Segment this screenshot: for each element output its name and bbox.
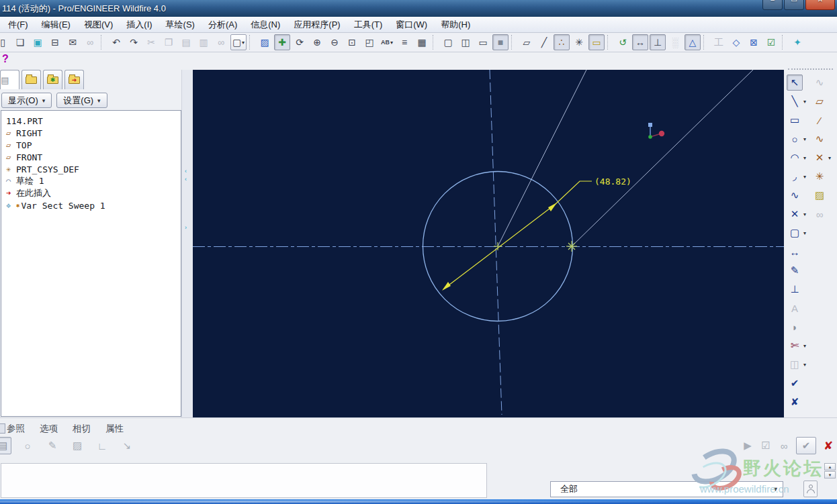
save-button[interactable]: ▣: [30, 34, 46, 50]
dashboard-tab-属性[interactable]: 属性: [105, 423, 124, 435]
edge-button[interactable]: ▢: [787, 225, 803, 241]
show-dropdown-button[interactable]: 显示(O)▾: [1, 93, 52, 108]
no-hidden-button[interactable]: ▭: [475, 34, 491, 50]
tab-model-tree[interactable]: ▤: [0, 70, 19, 89]
section-tools-button[interactable]: 工: [711, 34, 727, 50]
scroll-up-icon[interactable]: ▲: [824, 463, 836, 470]
grid-display-button[interactable]: ░: [667, 34, 683, 50]
dashboard-tab-参照[interactable]: 参照: [7, 423, 25, 435]
view-manager-button[interactable]: ▦: [414, 34, 430, 50]
point-display-button[interactable]: ∴: [554, 34, 570, 50]
construction-ray-shallow[interactable]: [572, 70, 753, 246]
zoom-in-button[interactable]: ⊕: [309, 34, 325, 50]
dashboard-tab-选项[interactable]: 选项: [40, 423, 58, 435]
tree-node[interactable]: 114.PRT: [3, 115, 179, 127]
menu-分析(A)[interactable]: 分析(A): [202, 17, 244, 32]
highlight-open-ends-button[interactable]: ⊠: [746, 34, 762, 50]
verify-toggle-button[interactable]: ☑: [760, 437, 772, 454]
csys-tool-button[interactable]: ✳: [811, 168, 828, 185]
panel-sash[interactable]: ‹ ‹ ›: [181, 70, 193, 417]
accept-button[interactable]: ✔: [796, 437, 816, 454]
datum-plane-tool-button[interactable]: ▱: [811, 93, 828, 109]
preview-glasses-button[interactable]: ∞: [778, 437, 790, 454]
close-button[interactable]: ✕: [805, 0, 835, 10]
datum-axis-display-button[interactable]: ╱: [536, 34, 552, 50]
datum-point-tool-button[interactable]: ✕: [811, 150, 828, 166]
mirror-button[interactable]: ◫: [787, 356, 803, 372]
spin-center-button[interactable]: ✚: [274, 34, 290, 50]
csys-display-button[interactable]: ✳: [571, 34, 587, 50]
menu-应用程序(P)[interactable]: 应用程序(P): [287, 17, 347, 32]
copy-button[interactable]: ❐: [161, 34, 177, 50]
sketch-canvas[interactable]: (48.82): [193, 70, 784, 417]
cancel-button[interactable]: ✘: [787, 394, 803, 410]
redo-button[interactable]: ↷: [126, 34, 142, 50]
open-file-button[interactable]: ❏: [12, 34, 28, 50]
undo-button[interactable]: ↶: [108, 34, 124, 50]
menu-窗口(W)[interactable]: 窗口(W): [389, 17, 434, 32]
maximize-button[interactable]: ▭: [784, 0, 804, 10]
filter-combobox[interactable]: 全部 ▼: [550, 481, 783, 497]
tree-node[interactable]: ❖✱Var Sect Sweep 1: [3, 199, 179, 211]
new-file-button[interactable]: ▯: [0, 34, 11, 50]
text-button[interactable]: A: [787, 300, 803, 316]
sash-collapse-icon[interactable]: ‹: [185, 176, 187, 183]
rectangle-button[interactable]: ▭: [787, 112, 803, 128]
tab-connections[interactable]: ➜: [64, 70, 84, 89]
sash-collapse-icon[interactable]: ‹: [185, 168, 187, 174]
section-plane-button[interactable]: ▨: [69, 437, 86, 454]
shade-closed-loops-button[interactable]: ◇: [728, 34, 744, 50]
menu-帮助(H)[interactable]: 帮助(H): [434, 17, 477, 32]
menu-工具(T)[interactable]: 工具(T): [347, 17, 390, 32]
title-bar[interactable]: 114 (活动的) - Pro/ENGINEER Wildfire 4.0 –▭…: [0, 0, 837, 17]
constraint-display-button[interactable]: ⊥: [650, 34, 666, 50]
sketch-display-button[interactable]: ∿: [811, 74, 828, 91]
select-button[interactable]: ↖: [787, 74, 803, 91]
spline-button[interactable]: ∿: [787, 187, 803, 203]
accept-button[interactable]: ✔: [787, 375, 803, 391]
line-button[interactable]: ╲: [787, 93, 803, 109]
search-button[interactable]: ∞: [213, 34, 229, 50]
sketcher-diagnostics-button[interactable]: ✦: [789, 34, 805, 50]
direction-button[interactable]: ↘: [118, 437, 136, 454]
resume-button[interactable]: ▶: [742, 437, 754, 454]
sketch-placement-button[interactable]: ▤: [0, 437, 11, 454]
paste-button[interactable]: ▤: [178, 34, 194, 50]
cancel-button[interactable]: ✘: [822, 437, 834, 454]
dimension-display-button[interactable]: ↔: [632, 34, 648, 50]
chain-tool-button[interactable]: ∞: [811, 206, 828, 222]
dimension-value[interactable]: (48.82): [594, 177, 631, 187]
fillet-button[interactable]: ◞: [787, 168, 803, 185]
feature-callout-button[interactable]: ○: [19, 437, 36, 454]
edit-sketch-button[interactable]: ✎: [44, 437, 61, 454]
hidden-line-button[interactable]: ◫: [457, 34, 474, 50]
sketch-orient-button[interactable]: ↺: [615, 34, 631, 50]
cut-button[interactable]: ✂: [143, 34, 159, 50]
orient-mode-button[interactable]: ⟳: [292, 34, 308, 50]
arc-button[interactable]: ◠: [787, 150, 803, 166]
wireframe-button[interactable]: ▢: [440, 34, 456, 50]
menu-草绘(S)[interactable]: 草绘(S): [159, 17, 202, 32]
layers-button[interactable]: ≡: [396, 34, 412, 50]
point-button[interactable]: ✕: [787, 206, 803, 222]
email-button[interactable]: ✉: [64, 34, 81, 50]
constraints-button[interactable]: ⊥: [787, 281, 803, 297]
vertex-display-button[interactable]: △: [685, 34, 701, 50]
menu-视图(V)[interactable]: 视图(V): [77, 17, 120, 32]
toolbar-handle[interactable]: [788, 68, 833, 72]
hatch-tool-button[interactable]: ▨: [811, 187, 828, 203]
menu-编辑(E)[interactable]: 编辑(E): [35, 17, 77, 32]
menu-信息(N)[interactable]: 信息(N): [244, 17, 287, 32]
refit-button[interactable]: ⊡: [344, 34, 360, 50]
annotation-display-button[interactable]: ▭: [588, 34, 605, 50]
feature-requirements-button[interactable]: ☑: [763, 34, 779, 50]
zoom-out-button[interactable]: ⊖: [326, 34, 343, 50]
menu-插入(I)[interactable]: 插入(I): [120, 17, 159, 32]
menu-件(F)[interactable]: 件(F): [1, 17, 35, 32]
datum-plane-display-button[interactable]: ▱: [519, 34, 535, 50]
palette-button[interactable]: ◗: [787, 319, 803, 335]
tree-node[interactable]: ➜在此插入: [3, 187, 179, 199]
centerline-tool-button[interactable]: ⁄: [811, 112, 828, 128]
tree-node[interactable]: ✳PRT_CSYS_DEF: [3, 163, 179, 175]
shaded-button[interactable]: ■: [492, 34, 509, 50]
